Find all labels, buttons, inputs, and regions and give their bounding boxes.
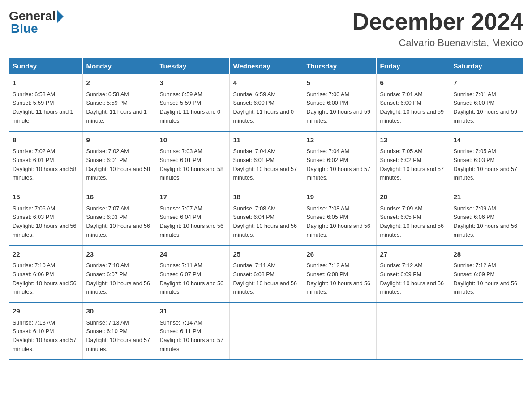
day-info: Sunrise: 7:13 AMSunset: 6:10 PMDaylight:… [86, 320, 150, 352]
calendar-week-row: 29 Sunrise: 7:13 AMSunset: 6:10 PMDaylig… [9, 302, 523, 360]
calendar-cell: 25 Sunrise: 7:11 AMSunset: 6:08 PMDaylig… [229, 245, 303, 303]
day-number: 8 [13, 135, 79, 146]
day-number: 31 [160, 306, 226, 317]
calendar-cell: 2 Sunrise: 6:58 AMSunset: 5:59 PMDayligh… [82, 74, 156, 131]
calendar-cell: 1 Sunrise: 6:58 AMSunset: 5:59 PMDayligh… [9, 74, 82, 131]
logo: General Blue [9, 9, 64, 36]
day-number: 6 [380, 78, 446, 88]
day-info: Sunrise: 7:07 AMSunset: 6:04 PMDaylight:… [160, 206, 223, 238]
day-number: 15 [13, 192, 79, 202]
day-number: 20 [380, 192, 446, 202]
calendar-week-row: 22 Sunrise: 7:10 AMSunset: 6:06 PMDaylig… [9, 245, 523, 303]
calendar-cell: 9 Sunrise: 7:02 AMSunset: 6:01 PMDayligh… [82, 131, 156, 188]
calendar-cell: 21 Sunrise: 7:09 AMSunset: 6:06 PMDaylig… [450, 188, 523, 245]
page-subtitle: Calvario Buenavista, Mexico [352, 37, 523, 49]
calendar-header-friday: Friday [376, 58, 450, 74]
calendar-table: SundayMondayTuesdayWednesdayThursdayFrid… [9, 58, 523, 360]
calendar-cell: 13 Sunrise: 7:05 AMSunset: 6:02 PMDaylig… [376, 131, 450, 188]
day-info: Sunrise: 7:09 AMSunset: 6:05 PMDaylight:… [380, 206, 444, 238]
day-info: Sunrise: 6:58 AMSunset: 5:59 PMDaylight:… [86, 91, 147, 124]
calendar-cell: 4 Sunrise: 6:59 AMSunset: 6:00 PMDayligh… [229, 74, 303, 131]
day-number: 13 [380, 135, 446, 146]
day-number: 22 [13, 249, 79, 260]
day-info: Sunrise: 7:14 AMSunset: 6:11 PMDaylight:… [160, 320, 223, 352]
day-info: Sunrise: 7:01 AMSunset: 6:00 PMDaylight:… [380, 91, 444, 124]
day-number: 17 [160, 192, 226, 202]
calendar-cell: 6 Sunrise: 7:01 AMSunset: 6:00 PMDayligh… [376, 74, 450, 131]
day-info: Sunrise: 7:04 AMSunset: 6:02 PMDaylight:… [307, 148, 370, 181]
day-info: Sunrise: 7:02 AMSunset: 6:01 PMDaylight:… [86, 148, 150, 181]
calendar-cell: 22 Sunrise: 7:10 AMSunset: 6:06 PMDaylig… [9, 245, 82, 303]
page-title: December 2024 [352, 9, 523, 34]
day-number: 19 [307, 192, 373, 202]
calendar-cell: 28 Sunrise: 7:12 AMSunset: 6:09 PMDaylig… [450, 245, 523, 303]
day-info: Sunrise: 7:06 AMSunset: 6:03 PMDaylight:… [13, 206, 76, 238]
day-info: Sunrise: 7:13 AMSunset: 6:10 PMDaylight:… [13, 320, 76, 352]
calendar-cell: 3 Sunrise: 6:59 AMSunset: 5:59 PMDayligh… [156, 74, 229, 131]
calendar-cell: 14 Sunrise: 7:05 AMSunset: 6:03 PMDaylig… [450, 131, 523, 188]
calendar-cell: 27 Sunrise: 7:12 AMSunset: 6:09 PMDaylig… [376, 245, 450, 303]
day-number: 5 [307, 78, 373, 88]
day-number: 2 [86, 78, 152, 88]
calendar-week-row: 8 Sunrise: 7:02 AMSunset: 6:01 PMDayligh… [9, 131, 523, 188]
calendar-cell: 16 Sunrise: 7:07 AMSunset: 6:03 PMDaylig… [82, 188, 156, 245]
calendar-cell: 29 Sunrise: 7:13 AMSunset: 6:10 PMDaylig… [9, 302, 82, 360]
calendar-cell: 31 Sunrise: 7:14 AMSunset: 6:11 PMDaylig… [156, 302, 229, 360]
day-number: 10 [160, 135, 226, 146]
day-info: Sunrise: 7:11 AMSunset: 6:07 PMDaylight:… [160, 262, 223, 295]
calendar-cell: 19 Sunrise: 7:08 AMSunset: 6:05 PMDaylig… [303, 188, 376, 245]
day-info: Sunrise: 7:04 AMSunset: 6:01 PMDaylight:… [233, 148, 297, 181]
calendar-cell: 26 Sunrise: 7:12 AMSunset: 6:08 PMDaylig… [303, 245, 376, 303]
calendar-cell: 17 Sunrise: 7:07 AMSunset: 6:04 PMDaylig… [156, 188, 229, 245]
day-number: 23 [86, 249, 152, 260]
day-info: Sunrise: 7:01 AMSunset: 6:00 PMDaylight:… [454, 91, 517, 124]
title-area: December 2024 Calvario Buenavista, Mexic… [352, 9, 523, 49]
day-number: 30 [86, 306, 152, 317]
day-info: Sunrise: 7:09 AMSunset: 6:06 PMDaylight:… [454, 206, 517, 238]
calendar-cell: 5 Sunrise: 7:00 AMSunset: 6:00 PMDayligh… [303, 74, 376, 131]
day-info: Sunrise: 6:59 AMSunset: 6:00 PMDaylight:… [233, 91, 294, 124]
day-number: 12 [307, 135, 373, 146]
day-info: Sunrise: 7:02 AMSunset: 6:01 PMDaylight:… [13, 148, 76, 181]
day-number: 28 [454, 249, 520, 260]
calendar-header-thursday: Thursday [303, 58, 376, 74]
day-info: Sunrise: 6:59 AMSunset: 5:59 PMDaylight:… [160, 91, 221, 124]
calendar-cell: 18 Sunrise: 7:08 AMSunset: 6:04 PMDaylig… [229, 188, 303, 245]
logo-blue-text: Blue [11, 21, 38, 36]
page-header: General Blue December 2024 Calvario Buen… [9, 9, 523, 49]
day-number: 4 [233, 78, 299, 88]
logo-arrow-icon [57, 10, 64, 23]
calendar-cell: 20 Sunrise: 7:09 AMSunset: 6:05 PMDaylig… [376, 188, 450, 245]
day-number: 11 [233, 135, 299, 146]
day-number: 21 [454, 192, 520, 202]
calendar-cell [303, 302, 376, 360]
day-number: 18 [233, 192, 299, 202]
day-info: Sunrise: 7:12 AMSunset: 6:09 PMDaylight:… [380, 262, 444, 295]
calendar-header-sunday: Sunday [9, 58, 82, 74]
calendar-week-row: 1 Sunrise: 6:58 AMSunset: 5:59 PMDayligh… [9, 74, 523, 131]
day-info: Sunrise: 7:12 AMSunset: 6:09 PMDaylight:… [454, 262, 517, 295]
calendar-header-row: SundayMondayTuesdayWednesdayThursdayFrid… [9, 58, 523, 74]
calendar-cell: 12 Sunrise: 7:04 AMSunset: 6:02 PMDaylig… [303, 131, 376, 188]
day-number: 29 [13, 306, 79, 317]
calendar-header-tuesday: Tuesday [156, 58, 229, 74]
calendar-cell [376, 302, 450, 360]
day-number: 26 [307, 249, 373, 260]
day-info: Sunrise: 7:08 AMSunset: 6:04 PMDaylight:… [233, 206, 297, 238]
day-info: Sunrise: 7:10 AMSunset: 6:07 PMDaylight:… [86, 262, 150, 295]
day-number: 16 [86, 192, 152, 202]
day-info: Sunrise: 7:11 AMSunset: 6:08 PMDaylight:… [233, 262, 297, 295]
calendar-cell: 8 Sunrise: 7:02 AMSunset: 6:01 PMDayligh… [9, 131, 82, 188]
day-number: 25 [233, 249, 299, 260]
day-number: 9 [86, 135, 152, 146]
calendar-cell [450, 302, 523, 360]
calendar-cell: 10 Sunrise: 7:03 AMSunset: 6:01 PMDaylig… [156, 131, 229, 188]
calendar-week-row: 15 Sunrise: 7:06 AMSunset: 6:03 PMDaylig… [9, 188, 523, 245]
day-info: Sunrise: 7:07 AMSunset: 6:03 PMDaylight:… [86, 206, 150, 238]
day-number: 27 [380, 249, 446, 260]
day-info: Sunrise: 7:00 AMSunset: 6:00 PMDaylight:… [307, 91, 370, 124]
calendar-header-monday: Monday [82, 58, 156, 74]
day-number: 1 [13, 78, 79, 88]
calendar-header-saturday: Saturday [450, 58, 523, 74]
calendar-cell [229, 302, 303, 360]
